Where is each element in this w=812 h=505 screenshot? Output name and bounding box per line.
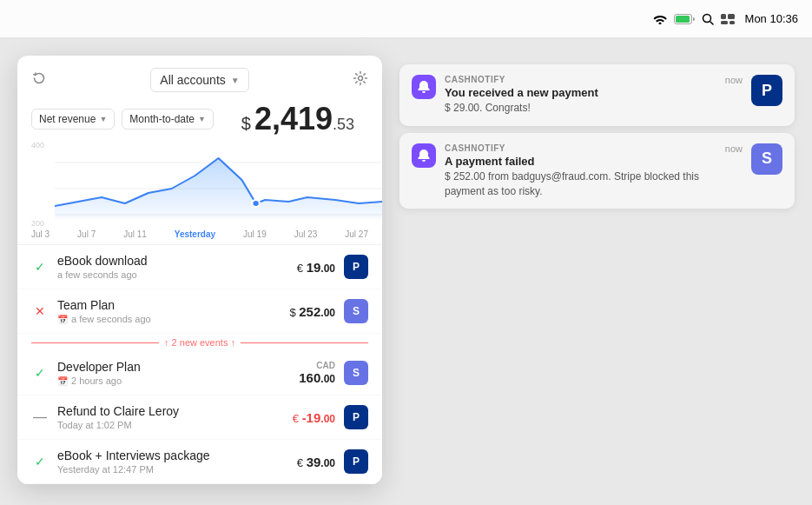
svg-point-2 xyxy=(703,14,710,22)
main-amount: 2,419 xyxy=(254,101,333,136)
notif-body: $ 252.00 from badguys@fraud.com. Stripe … xyxy=(445,169,716,199)
svg-rect-3 xyxy=(721,14,726,19)
transaction-time: a few seconds ago xyxy=(57,269,288,280)
refresh-icon[interactable] xyxy=(31,70,47,90)
transaction-time: 📅 2 hours ago xyxy=(57,375,290,386)
stripe-badge: S xyxy=(344,299,368,323)
transaction-name: Refund to Claire Leroy xyxy=(57,404,284,418)
status-success-icon: ✓ xyxy=(31,453,49,470)
svg-point-11 xyxy=(252,200,260,207)
new-events-line-right xyxy=(241,342,368,343)
bell-icon xyxy=(417,80,431,94)
svg-rect-1 xyxy=(676,16,690,23)
transaction-info: eBook + Interviews package Yesterday at … xyxy=(57,449,288,475)
status-success-icon: ✓ xyxy=(31,364,49,382)
bell-icon xyxy=(417,149,431,163)
calendar-icon: 📅 xyxy=(57,315,68,324)
svg-rect-6 xyxy=(729,21,735,24)
svg-rect-4 xyxy=(728,14,735,19)
transactions-list: ✓ eBook download a few seconds ago € 19.… xyxy=(17,244,382,484)
paypal-notif-logo: P xyxy=(751,75,782,106)
control-center-icon[interactable] xyxy=(721,14,735,24)
transaction-info: Developer Plan 📅 2 hours ago xyxy=(57,360,290,386)
battery-icon xyxy=(674,14,695,24)
chart-x-labels: Jul 3 Jul 7 Jul 11 Yesterday Jul 19 Jul … xyxy=(17,228,382,244)
search-icon[interactable] xyxy=(702,13,714,25)
currency-symbol: $ xyxy=(241,114,251,133)
transaction-item: ✕ Team Plan 📅 a few seconds ago $ 252.00… xyxy=(17,289,382,334)
gear-icon[interactable] xyxy=(353,70,368,90)
notification-card[interactable]: CASHNOTIFY You received a new payment $ … xyxy=(399,64,795,126)
notif-app-name: CASHNOTIFY xyxy=(445,75,716,84)
wifi-icon xyxy=(653,14,667,24)
notif-content: CASHNOTIFY You received a new payment $ … xyxy=(445,75,716,116)
notification-card[interactable]: CASHNOTIFY A payment failed $ 252.00 fro… xyxy=(399,133,795,209)
transaction-amount: € 39.00 xyxy=(297,455,335,469)
paypal-badge: P xyxy=(344,255,368,279)
topbar: Mon 10:36 xyxy=(0,0,812,38)
transaction-time: 📅 a few seconds ago xyxy=(57,314,281,324)
transaction-item: ✓ eBook download a few seconds ago € 19.… xyxy=(17,245,382,289)
revenue-chevron-icon: ▼ xyxy=(99,115,107,123)
notif-content: CASHNOTIFY A payment failed $ 252.00 fro… xyxy=(445,143,716,199)
topbar-system-icons xyxy=(653,13,735,25)
revenue-amount: $2,419.53 xyxy=(241,101,368,137)
revenue-filter-button[interactable]: Net revenue ▼ xyxy=(31,109,115,130)
notif-title: You received a new payment xyxy=(445,86,716,99)
date-filter-button[interactable]: Month-to-date ▼ xyxy=(122,109,214,130)
paypal-badge: P xyxy=(344,449,368,474)
stripe-badge: S xyxy=(344,361,368,385)
dashboard-widget: All accounts ▼ Net revenue ▼ Month-to-da… xyxy=(17,56,382,484)
transaction-item: ✓ eBook + Interviews package Yesterday a… xyxy=(17,440,382,484)
transaction-amount: € 19.00 xyxy=(297,260,335,275)
revenue-chart xyxy=(17,141,382,228)
date-chevron-icon: ▼ xyxy=(198,115,206,123)
notif-body: $ 29.00. Congrats! xyxy=(445,101,716,116)
notif-time: now xyxy=(725,75,743,85)
svg-point-7 xyxy=(358,76,362,81)
calendar-icon: 📅 xyxy=(57,376,68,386)
transaction-amount: CAD 160.00 xyxy=(299,361,335,385)
status-refund-icon: — xyxy=(31,409,49,426)
transaction-item: — Refund to Claire Leroy Today at 1:02 P… xyxy=(17,395,382,440)
transaction-amount: € -19.00 xyxy=(293,410,335,425)
cents-amount: .53 xyxy=(333,116,354,133)
status-success-icon: ✓ xyxy=(31,258,49,276)
cashnotify-icon xyxy=(412,143,436,168)
new-events-text: ↑ 2 new events ↑ xyxy=(164,337,235,348)
accounts-dropdown[interactable]: All accounts ▼ xyxy=(150,68,248,92)
transaction-amount: $ 252.00 xyxy=(289,304,335,319)
new-events-line-left xyxy=(31,342,159,343)
widget-header: All accounts ▼ xyxy=(17,56,382,101)
notif-title: A payment failed xyxy=(445,155,716,168)
notifications-panel: CASHNOTIFY You received a new payment $ … xyxy=(399,56,795,209)
topbar-time: Mon 10:36 xyxy=(745,12,798,25)
transaction-info: Refund to Claire Leroy Today at 1:02 PM xyxy=(57,404,284,430)
transaction-name: Developer Plan xyxy=(57,360,290,374)
transaction-info: eBook download a few seconds ago xyxy=(57,254,288,280)
notif-time: now xyxy=(725,143,743,154)
transaction-item: ✓ Developer Plan 📅 2 hours ago CAD 160.0… xyxy=(17,351,382,395)
content-area: All accounts ▼ Net revenue ▼ Month-to-da… xyxy=(0,38,812,505)
paypal-badge: P xyxy=(344,405,368,429)
transaction-name: eBook download xyxy=(57,254,288,268)
transaction-info: Team Plan 📅 a few seconds ago xyxy=(57,298,281,324)
transaction-time: Today at 1:02 PM xyxy=(57,420,284,430)
status-error-icon: ✕ xyxy=(31,302,49,320)
notif-app-name: CASHNOTIFY xyxy=(445,143,716,153)
chart-y-labels: 400 200 xyxy=(31,141,44,228)
transaction-name: eBook + Interviews package xyxy=(57,449,288,462)
new-events-divider: ↑ 2 new events ↑ xyxy=(17,334,382,351)
svg-rect-5 xyxy=(721,21,728,24)
transaction-name: Team Plan xyxy=(57,298,281,312)
accounts-dropdown-label: All accounts xyxy=(160,73,225,87)
filter-group: Net revenue ▼ Month-to-date ▼ xyxy=(31,109,214,130)
stripe-notif-logo: S xyxy=(751,143,782,175)
cashnotify-icon xyxy=(412,75,436,99)
transaction-time: Yesterday at 12:47 PM xyxy=(57,464,288,475)
chart-area: 400 200 xyxy=(17,141,382,228)
chevron-down-icon: ▼ xyxy=(231,76,240,85)
